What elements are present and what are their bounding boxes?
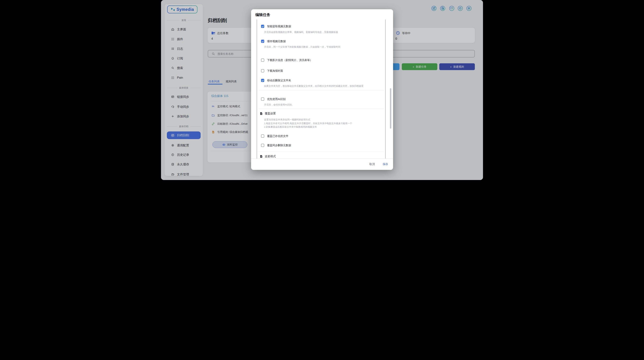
- edit-task-modal: 编辑任务 智能提取视频元数据 开启后会提取视频的分辨率、视频编码、音频编码等信息…: [251, 9, 393, 170]
- option-override-existing[interactable]: 覆盖已存在的文件: [257, 134, 385, 138]
- checkbox-unchecked[interactable]: [261, 59, 264, 62]
- app-window: Symedia 发现 主界面 插件 日志 订阅 搜索 Pain 媒体链接: [161, 0, 483, 180]
- modal-scroll-area[interactable]: 智能提取视频元数据 开启后会提取视频的分辨率、视频编码、音频编码等信息，完善视频…: [257, 20, 386, 158]
- option-override-sync-delete[interactable]: 覆盖同步删除元数据: [257, 144, 385, 147]
- option-desc: 开启后，同一个父目录下的剧集视频元数据，只会提取一次，节省提取时间: [264, 45, 340, 49]
- save-button[interactable]: 保存: [382, 162, 388, 166]
- option-delete-parent-folder[interactable]: 移动后删除父文件夹: [257, 79, 385, 82]
- option-download-poster[interactable]: 下载海报封面: [257, 69, 385, 73]
- option-smart-extract[interactable]: 智能提取视频元数据: [257, 25, 385, 28]
- copy-file-icon: [259, 112, 263, 115]
- checkbox-checked[interactable]: [261, 40, 264, 43]
- checkbox-unchecked[interactable]: [261, 98, 264, 101]
- option-desc: 如果文件夹为空，将在移动文件后删除父文件夹，在归档大文件夹的时候建议关闭，加快归…: [264, 85, 364, 88]
- checkbox-unchecked[interactable]: [261, 144, 264, 147]
- option-download-movie-info[interactable]: 下载影片信息（剧情简介、演员表等）: [257, 58, 385, 62]
- option-desc: 开启后会提取视频的分辨率、视频编码、音频编码等信息，完善视频标题: [264, 31, 338, 34]
- section-desc: 设置当目标文件夹存在同一视频时的处理方式: [264, 118, 310, 121]
- copy-file-icon: [259, 155, 263, 158]
- option-ai-recognition[interactable]: 优先使用AI识别: [257, 97, 385, 101]
- checkbox-checked[interactable]: [261, 25, 264, 28]
- section-override-settings: 覆盖设置: [259, 112, 276, 115]
- section-desc: 2.剧集覆盖会匹配目标文件夹中集数相同的视频文件: [264, 125, 317, 129]
- section-desc: 1.电影文件名可以不相同,电影文件开启覆盖时，目标文件夹中电影文件最多只能有一个: [264, 122, 352, 125]
- modal-title: 编辑任务: [255, 12, 270, 17]
- checkbox-unchecked[interactable]: [261, 134, 264, 138]
- checkbox-unchecked[interactable]: [261, 69, 264, 72]
- checkbox-checked[interactable]: [261, 79, 264, 82]
- modal-footer: 取消 保存: [251, 158, 393, 170]
- option-cache-metadata[interactable]: 缓存视频元数据: [257, 40, 385, 43]
- section-follow-up-mode: 追更模式: [259, 155, 276, 158]
- cancel-button[interactable]: 取消: [369, 162, 375, 166]
- option-desc: 开启后，会优先使用AI识别。: [264, 103, 294, 106]
- modal-scrollbar-thumb[interactable]: [390, 88, 391, 129]
